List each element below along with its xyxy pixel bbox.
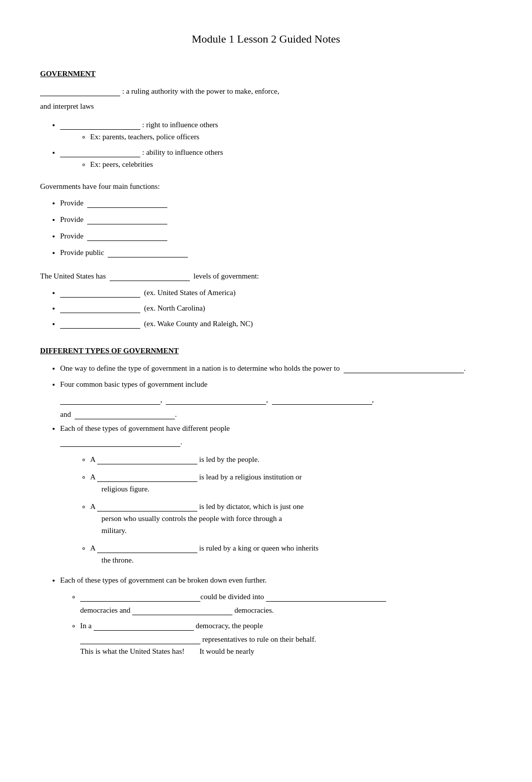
interpret-laws: and interpret laws <box>40 100 492 112</box>
government-intro-line: : a ruling authority with the power to m… <box>40 84 492 97</box>
blank-ruling <box>40 84 120 96</box>
further-sub-2: In a democracy, the people representativ… <box>80 618 492 657</box>
blank-democracy <box>97 452 197 464</box>
types-blanks-row: , , , <box>60 392 492 406</box>
blank-type2 <box>166 392 266 405</box>
blank-power2 <box>60 145 140 157</box>
blank-elect <box>80 632 200 644</box>
blank-type1 <box>60 392 160 405</box>
diff-gov-further: Each of these types of government can be… <box>60 574 492 657</box>
government-header: GOVERNMENT <box>40 68 492 80</box>
level-item-1: (ex. United States of America) <box>60 285 492 299</box>
diff-gov-bullet1: One way to define the type of government… <box>60 361 492 374</box>
levels-list: (ex. United States of America) (ex. Nort… <box>60 285 492 330</box>
power-type-1-sub: Ex: parents, teachers, police officers <box>90 131 492 143</box>
functions-header: Governments have four main functions: <box>40 180 492 192</box>
blank-people <box>60 434 180 447</box>
intro-text: : a ruling authority with the power to m… <box>122 87 280 95</box>
government-section: GOVERNMENT : a ruling authority with the… <box>40 68 492 170</box>
blank-power1 <box>60 117 140 130</box>
power-type-2-sub-item: Ex: peers, celebrities <box>90 158 492 170</box>
types-and-row: and . <box>60 407 492 420</box>
diff-gov-section: DIFFERENT TYPES OF GOVERNMENT One way to… <box>40 345 492 657</box>
blank-level1 <box>60 285 140 298</box>
power-type-1: : right to influence others Ex: parents,… <box>60 117 492 143</box>
diff-gov-header: DIFFERENT TYPES OF GOVERNMENT <box>40 345 492 357</box>
diff-gov-bullet2: Four common basic types of government in… <box>60 378 492 420</box>
blank-func4 <box>108 245 188 257</box>
diff-gov-main-list: One way to define the type of government… <box>60 361 492 657</box>
function-item-3: Provide <box>60 228 492 242</box>
blank-divided <box>80 589 200 602</box>
gov-type-democracy: A is led by the people. <box>90 452 492 465</box>
page-title: Module 1 Lesson 2 Guided Notes <box>40 30 492 48</box>
gov-type-dictatorship: A is led by dictator, which is just one … <box>90 499 492 537</box>
blank-level3 <box>60 316 140 329</box>
functions-list: Provide Provide Provide Provide public <box>60 195 492 258</box>
blank-type3 <box>272 392 372 405</box>
blank-theocracy <box>97 469 197 482</box>
function-item-4: Provide public <box>60 245 492 258</box>
gov-type-monarchy: A is ruled by a king or queen who inheri… <box>90 541 492 566</box>
power-type-1-sub-item: Ex: parents, teachers, police officers <box>90 131 492 143</box>
gov-type-theocracy: A is lead by a religious institution or … <box>90 469 492 495</box>
power-type-2: : ability to influence others Ex: peers,… <box>60 145 492 170</box>
blank-monarchy <box>97 541 197 553</box>
blank-democracies <box>132 603 232 615</box>
blank-func2 <box>87 212 167 224</box>
levels-section: The United States has levels of governme… <box>40 269 492 330</box>
blank-dictatorship <box>97 499 197 511</box>
power-type-2-sub: Ex: peers, celebrities <box>90 158 492 170</box>
function-item-2: Provide <box>60 212 492 225</box>
gov-type-details: A is led by the people. A is lead by a r… <box>90 452 492 566</box>
further-sub-list: could be divided into democracies and de… <box>80 589 492 657</box>
blank-func3 <box>87 228 167 241</box>
diff-gov-bullet3: Each of these types of government have d… <box>60 422 492 566</box>
blank-republic <box>94 618 194 631</box>
blank-level2 <box>60 301 140 313</box>
functions-section: Governments have four main functions: Pr… <box>40 180 492 258</box>
blank-power-to <box>344 361 464 373</box>
blank-divided2 <box>266 589 386 602</box>
function-item-1: Provide <box>60 195 492 209</box>
power-types-list: : right to influence others Ex: parents,… <box>60 117 492 170</box>
blank-func1 <box>87 195 167 208</box>
level-item-3: (ex. Wake County and Raleigh, NC) <box>60 316 492 330</box>
level-item-2: (ex. North Carolina) <box>60 301 492 314</box>
further-sub-1: could be divided into democracies and de… <box>80 589 492 616</box>
levels-intro-line: The United States has levels of governme… <box>40 269 492 282</box>
blank-levels <box>110 269 190 281</box>
blank-type4 <box>75 407 175 419</box>
